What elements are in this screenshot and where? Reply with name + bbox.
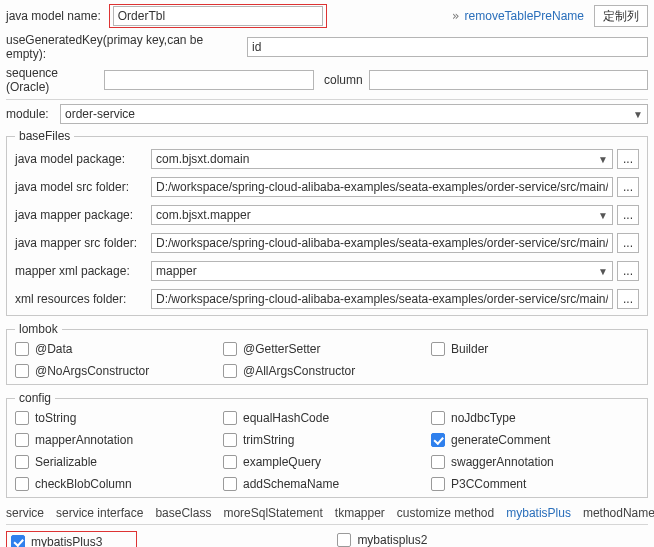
mapper-src-browse-button[interactable]: ... — [617, 233, 639, 253]
column-label: column — [324, 73, 363, 87]
check-builder[interactable]: Builder — [431, 342, 639, 356]
check-examplequery-label: exampleQuery — [243, 455, 321, 469]
check-gettersetter-label: @GetterSetter — [243, 342, 321, 356]
module-select[interactable]: order-service ▼ — [60, 104, 648, 124]
check-generatecomment[interactable]: generateComment — [431, 433, 639, 447]
quotes-icon: » — [452, 9, 459, 23]
config-group: config toString mapperAnnotation Seriali… — [6, 391, 648, 498]
model-package-label: java model package: — [15, 152, 145, 166]
tab-service[interactable]: service — [6, 506, 44, 520]
chevron-down-icon: ▼ — [598, 266, 608, 277]
sequence-label: sequence (Oracle) — [6, 66, 98, 94]
check-trimstring-label: trimString — [243, 433, 294, 447]
mapper-xml-browse-button[interactable]: ... — [617, 261, 639, 281]
tab-tkmapper[interactable]: tkmapper — [335, 506, 385, 520]
subtabs: serviceservice interfacebaseClassmoreSql… — [6, 504, 648, 524]
check-builder-label: Builder — [451, 342, 488, 356]
check-nojdbctype-label: noJdbcType — [451, 411, 516, 425]
check-mapperannotation[interactable]: mapperAnnotation — [15, 433, 223, 447]
check-generatecomment-label: generateComment — [451, 433, 550, 447]
model-name-label: java model name: — [6, 9, 101, 23]
check-allargs-label: @AllArgsConstructor — [243, 364, 355, 378]
model-package-value: com.bjsxt.domain — [156, 152, 594, 166]
tab-customize-method[interactable]: customize method — [397, 506, 494, 520]
check-mybatisplus3[interactable]: mybatisPlus3 — [11, 535, 132, 547]
check-gettersetter[interactable]: @GetterSetter — [223, 342, 431, 356]
check-p3ccomment-label: P3CComment — [451, 477, 526, 491]
check-addschemaname[interactable]: addSchemaName — [223, 477, 431, 491]
use-generated-key-input[interactable] — [247, 37, 648, 57]
chevron-down-icon: ▼ — [633, 109, 643, 120]
check-tostring-label: toString — [35, 411, 76, 425]
check-swaggerannotation-label: swaggerAnnotation — [451, 455, 554, 469]
model-package-browse-button[interactable]: ... — [617, 149, 639, 169]
tab-moreSqlStatement[interactable]: moreSqlStatement — [223, 506, 322, 520]
use-generated-key-label: useGeneratedKey(primay key,can be empty)… — [6, 33, 241, 61]
model-src-browse-button[interactable]: ... — [617, 177, 639, 197]
basefiles-legend: baseFiles — [15, 129, 74, 143]
check-equalhashcode[interactable]: equalHashCode — [223, 411, 431, 425]
check-noargs-label: @NoArgsConstructor — [35, 364, 149, 378]
mapper-package-browse-button[interactable]: ... — [617, 205, 639, 225]
check-mybatisplus3-label: mybatisPlus3 — [31, 535, 102, 547]
model-src-label: java model src folder: — [15, 180, 145, 194]
mapper-package-value: com.bjsxt.mapper — [156, 208, 594, 222]
lombok-legend: lombok — [15, 322, 62, 336]
check-checkblobcolumn-label: checkBlobColumn — [35, 477, 132, 491]
module-select-value: order-service — [65, 107, 629, 121]
tab-service-interface[interactable]: service interface — [56, 506, 143, 520]
remove-table-prefix-link[interactable]: » removeTablePreName — [452, 9, 584, 23]
sequence-input[interactable] — [104, 70, 314, 90]
check-nojdbctype[interactable]: noJdbcType — [431, 411, 639, 425]
check-noargs[interactable]: @NoArgsConstructor — [15, 364, 223, 378]
lombok-group: lombok @Data @NoArgsConstructor @GetterS… — [6, 322, 648, 385]
check-swaggerannotation[interactable]: swaggerAnnotation — [431, 455, 639, 469]
model-src-input[interactable] — [151, 177, 613, 197]
check-data-label: @Data — [35, 342, 73, 356]
model-name-input[interactable] — [113, 6, 323, 26]
check-trimstring[interactable]: trimString — [223, 433, 431, 447]
check-allargs[interactable]: @AllArgsConstructor — [223, 364, 431, 378]
module-label: module: — [6, 107, 54, 121]
mapper-xml-label: mapper xml package: — [15, 264, 145, 278]
check-examplequery[interactable]: exampleQuery — [223, 455, 431, 469]
check-mapperannotation-label: mapperAnnotation — [35, 433, 133, 447]
check-checkblobcolumn[interactable]: checkBlobColumn — [15, 477, 223, 491]
mapper-src-input[interactable] — [151, 233, 613, 253]
check-serializable-label: Serializable — [35, 455, 97, 469]
chevron-down-icon: ▼ — [598, 154, 608, 165]
check-serializable[interactable]: Serializable — [15, 455, 223, 469]
config-legend: config — [15, 391, 55, 405]
mapper-package-label: java mapper package: — [15, 208, 145, 222]
basefiles-group: baseFiles java model package: com.bjsxt.… — [6, 129, 648, 316]
mapper-xml-select[interactable]: mapper ▼ — [151, 261, 613, 281]
check-data[interactable]: @Data — [15, 342, 223, 356]
check-mybatisplus2[interactable]: mybatisplus2 — [337, 533, 427, 547]
chevron-down-icon: ▼ — [598, 210, 608, 221]
check-tostring[interactable]: toString — [15, 411, 223, 425]
custom-columns-button[interactable]: 定制列 — [594, 5, 648, 27]
check-mybatisplus2-label: mybatisplus2 — [357, 533, 427, 547]
check-addschemaname-label: addSchemaName — [243, 477, 339, 491]
xml-resources-browse-button[interactable]: ... — [617, 289, 639, 309]
mapper-package-select[interactable]: com.bjsxt.mapper ▼ — [151, 205, 613, 225]
xml-resources-label: xml resources folder: — [15, 292, 145, 306]
tab-methodNameSql[interactable]: methodNameSql — [583, 506, 654, 520]
check-equalhashcode-label: equalHashCode — [243, 411, 329, 425]
mapper-src-label: java mapper src folder: — [15, 236, 145, 250]
tab-baseClass[interactable]: baseClass — [155, 506, 211, 520]
tab-mybatisPlus[interactable]: mybatisPlus — [506, 506, 571, 520]
model-package-select[interactable]: com.bjsxt.domain ▼ — [151, 149, 613, 169]
column-input[interactable] — [369, 70, 648, 90]
xml-resources-input[interactable] — [151, 289, 613, 309]
check-p3ccomment[interactable]: P3CComment — [431, 477, 639, 491]
mapper-xml-value: mapper — [156, 264, 594, 278]
